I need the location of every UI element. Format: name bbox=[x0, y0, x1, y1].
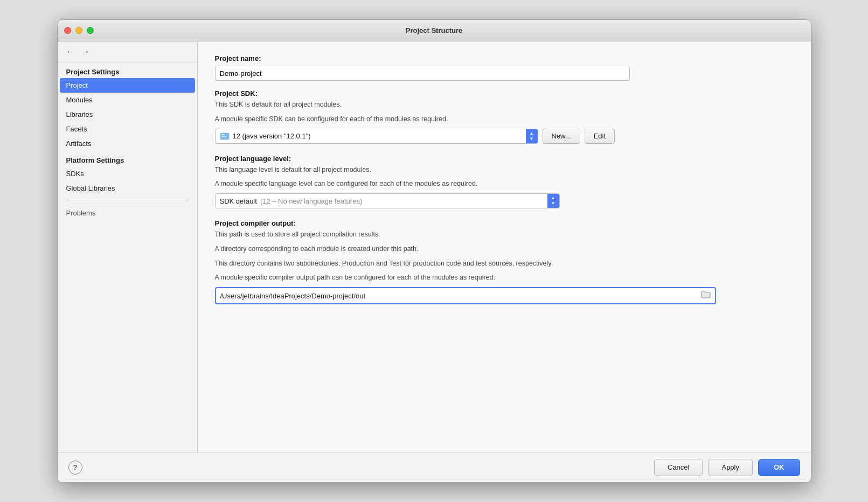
sdk-select[interactable]: 12 (java version "12.0.1") ▲ ▼ bbox=[215, 129, 538, 144]
project-name-input[interactable] bbox=[215, 66, 630, 81]
project-settings-header: Project Settings bbox=[58, 62, 197, 78]
sidebar-navigation: ← → bbox=[58, 41, 197, 62]
project-sdk-desc2: A module specific SDK can be configured … bbox=[215, 114, 794, 124]
content-area: ← → Project Settings Project Modules Lib… bbox=[58, 41, 811, 452]
project-sdk-title: Project SDK: bbox=[215, 89, 794, 97]
platform-settings-header: Platform Settings bbox=[58, 151, 197, 166]
main-content: Project name: Project SDK: This SDK is d… bbox=[198, 41, 811, 452]
sidebar-item-facets[interactable]: Facets bbox=[58, 122, 197, 136]
traffic-lights bbox=[64, 27, 94, 34]
bottom-bar: ? Cancel Apply OK bbox=[58, 452, 811, 482]
sdk-icon bbox=[220, 132, 230, 141]
compiler-output-title: Project compiler output: bbox=[215, 219, 794, 227]
language-level-desc1: This language level is default for all p… bbox=[215, 165, 794, 175]
compiler-output-row bbox=[215, 287, 716, 304]
svg-rect-1 bbox=[221, 134, 225, 135]
compiler-desc2: A directory corresponding to each module… bbox=[215, 244, 794, 254]
window-title: Project Structure bbox=[406, 26, 462, 34]
sdk-row: 12 (java version "12.0.1") ▲ ▼ New... Ed… bbox=[215, 129, 794, 144]
ok-button[interactable]: OK bbox=[758, 459, 800, 476]
sdk-edit-button[interactable]: Edit bbox=[585, 129, 615, 144]
apply-button[interactable]: Apply bbox=[708, 459, 753, 476]
language-level-select[interactable]: SDK default (12 – No new language featur… bbox=[215, 193, 560, 208]
language-level-spinner[interactable]: ▲ ▼ bbox=[547, 194, 559, 208]
sidebar-item-libraries[interactable]: Libraries bbox=[58, 107, 197, 122]
language-level-row: SDK default (12 – No new language featur… bbox=[215, 193, 794, 208]
language-level-title: Project language level: bbox=[215, 155, 794, 163]
sidebar-item-sdks[interactable]: SDKs bbox=[58, 166, 197, 181]
sidebar-item-global-libraries[interactable]: Global Libraries bbox=[58, 181, 197, 196]
sdk-new-button[interactable]: New... bbox=[543, 129, 580, 144]
svg-rect-2 bbox=[221, 136, 227, 137]
minimize-button[interactable] bbox=[75, 27, 82, 34]
sdk-value: 12 (java version "12.0.1") bbox=[216, 132, 526, 141]
forward-button[interactable]: → bbox=[79, 46, 92, 58]
close-button[interactable] bbox=[64, 27, 71, 34]
help-button[interactable]: ? bbox=[68, 461, 82, 475]
sidebar: ← → Project Settings Project Modules Lib… bbox=[58, 41, 198, 452]
sdk-spinner[interactable]: ▲ ▼ bbox=[526, 129, 538, 143]
sidebar-problems[interactable]: Problems bbox=[58, 205, 197, 221]
compiler-output-input[interactable] bbox=[220, 292, 701, 300]
project-sdk-desc1: This SDK is default for all project modu… bbox=[215, 100, 794, 110]
sidebar-item-project[interactable]: Project bbox=[60, 78, 195, 93]
compiler-desc3: This directory contains two subdirectori… bbox=[215, 259, 794, 269]
project-structure-window: Project Structure ← → Project Settings P… bbox=[57, 19, 811, 483]
cancel-button[interactable]: Cancel bbox=[654, 459, 703, 476]
sidebar-divider bbox=[66, 200, 189, 200]
bottom-right-buttons: Cancel Apply OK bbox=[654, 459, 800, 476]
title-bar: Project Structure bbox=[58, 20, 811, 41]
sidebar-item-modules[interactable]: Modules bbox=[58, 93, 197, 107]
project-name-label: Project name: bbox=[215, 54, 794, 62]
back-button[interactable]: ← bbox=[64, 46, 77, 58]
language-level-desc2: A module specific language level can be … bbox=[215, 179, 794, 189]
compiler-desc1: This path is used to store all project c… bbox=[215, 229, 794, 240]
compiler-desc4: A module specific compiler output path c… bbox=[215, 273, 794, 283]
sidebar-item-artifacts[interactable]: Artifacts bbox=[58, 136, 197, 151]
language-level-value: SDK default (12 – No new language featur… bbox=[216, 197, 547, 205]
maximize-button[interactable] bbox=[87, 27, 94, 34]
folder-icon[interactable] bbox=[701, 290, 711, 301]
